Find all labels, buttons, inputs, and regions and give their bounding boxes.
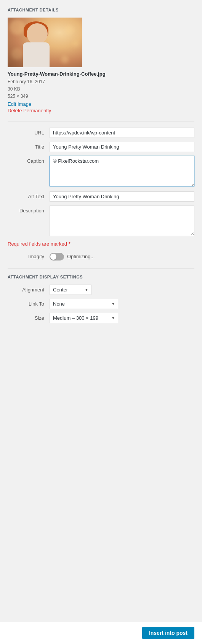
size-control: Thumbnail – 150 × 150 Medium – 300 × 199… [50,313,194,323]
insert-into-post-button[interactable]: Insert into post [142,627,194,639]
image-thumbnail [8,18,82,67]
link-to-row: Link To None Media File Attachment Page … [8,299,194,309]
link-to-control: None Media File Attachment Page Custom U… [50,299,194,309]
description-label: Description [8,205,50,214]
required-note: Required fields are marked * [8,241,194,247]
caption-label: Caption [8,156,50,164]
edit-image-link[interactable]: Edit Image [8,101,194,107]
description-control [50,205,194,237]
alignment-label: Alignment [8,285,50,293]
caption-control: © PixelRockstar.com [50,156,194,188]
alt-text-control [50,191,194,202]
attachment-details-title: ATTACHMENT DETAILS [8,8,194,12]
caption-textarea[interactable]: © PixelRockstar.com [50,156,194,186]
footer-bar: Insert into post [0,621,202,644]
title-input[interactable] [50,142,194,152]
link-to-select-wrapper: None Media File Attachment Page Custom U… [50,299,118,309]
size-label: Size [8,313,50,321]
alt-text-row: Alt Text [8,191,194,202]
divider-2 [8,268,194,269]
form-section: URL Title Caption © PixelRockstar.com Al… [8,128,194,237]
size-select-wrapper: Thumbnail – 150 × 150 Medium – 300 × 199… [50,313,118,323]
imagify-toggle-wrapper: Optimizing... [50,253,95,261]
alt-text-input[interactable] [50,191,194,202]
attachment-details-section: ATTACHMENT DETAILS Young-Pretty-Woman-Dr… [8,8,194,113]
title-label: Title [8,142,50,150]
link-to-label: Link To [8,299,50,307]
alt-text-label: Alt Text [8,191,50,199]
required-asterisk: * [69,241,71,247]
image-filesize: 30 KB [8,86,194,93]
caption-row: Caption © PixelRockstar.com [8,156,194,188]
display-settings-title: ATTACHMENT DISPLAY SETTINGS [8,275,194,279]
url-control [50,128,194,138]
title-row: Title [8,142,194,152]
description-textarea[interactable] [50,205,194,236]
url-label: URL [8,128,50,136]
display-settings-section: ATTACHMENT DISPLAY SETTINGS Alignment No… [8,275,194,323]
alignment-select[interactable]: None Center Left Right [50,285,91,295]
bokeh-5 [61,56,69,63]
required-note-text: Required fields are marked [8,241,67,247]
delete-permanently-link[interactable]: Delete Permanently [8,108,194,113]
url-input[interactable] [50,128,194,138]
link-to-select[interactable]: None Media File Attachment Page Custom U… [50,299,118,309]
alignment-row: Alignment None Center Left Right ▼ [8,285,194,295]
size-select[interactable]: Thumbnail – 150 × 150 Medium – 300 × 199… [50,313,118,323]
image-dimensions: 525 × 349 [8,93,194,100]
main-panel: ATTACHMENT DETAILS Young-Pretty-Woman-Dr… [0,0,202,613]
url-row: URL [8,128,194,138]
imagify-toggle-switch[interactable] [50,253,64,261]
image-filename: Young-Pretty-Woman-Drinking-Coffee.jpg [8,71,194,77]
description-row: Description [8,205,194,237]
imagify-status-text: Optimizing... [67,254,95,259]
bokeh-3 [72,40,79,47]
size-row: Size Thumbnail – 150 × 150 Medium – 300 … [8,313,194,323]
alignment-control: None Center Left Right ▼ [50,285,194,295]
divider-1 [8,121,194,121]
imagify-label: Imagify [8,254,50,259]
alignment-select-wrapper: None Center Left Right ▼ [50,285,91,295]
bokeh-2 [65,25,74,35]
imagify-toggle-knob [50,254,56,260]
figure-body [23,42,50,67]
image-date: February 16, 2017 [8,78,194,86]
title-control [50,142,194,152]
image-figure [15,21,57,67]
imagify-row: Imagify Optimizing... [8,253,194,261]
figure-head [27,23,48,44]
